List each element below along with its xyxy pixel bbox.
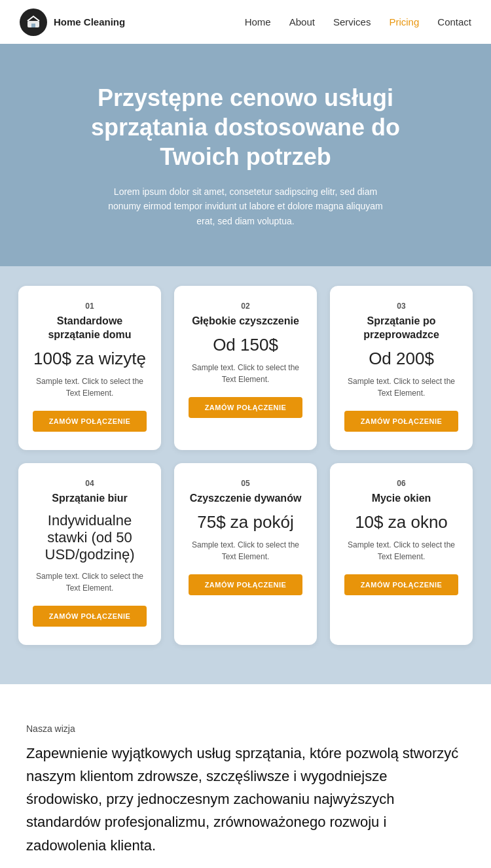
- navbar: Home Cleaning Home About Services Pricin…: [0, 0, 491, 44]
- card-title: Mycie okien: [344, 492, 458, 506]
- logo-icon: [20, 9, 47, 36]
- card-number: 03: [344, 302, 458, 311]
- card-desc: Sample text. Click to select the Text El…: [189, 362, 302, 385]
- card-number: 02: [189, 302, 302, 311]
- order-button[interactable]: ZAMÓW POŁĄCZENIE: [33, 606, 147, 627]
- card-price: Indywidualne stawki (od 50 USD/godzinę): [33, 512, 147, 564]
- order-button[interactable]: ZAMÓW POŁĄCZENIE: [344, 411, 458, 432]
- nav-home[interactable]: Home: [245, 16, 271, 27]
- pricing-card: 06 Mycie okien 10$ za okno Sample text. …: [330, 463, 473, 645]
- card-title: Głębokie czyszczenie: [189, 315, 302, 328]
- pricing-card: 01 Standardowe sprzątanie domu 100$ za w…: [18, 286, 161, 450]
- card-desc: Sample text. Click to select the Text El…: [33, 375, 147, 399]
- hero-title: Przystępne cenowo usługi sprzątania dost…: [52, 83, 439, 171]
- pricing-card: 03 Sprzątanie po przeprowadzce Od 200$ S…: [330, 286, 473, 450]
- card-number: 04: [33, 479, 147, 488]
- order-button[interactable]: ZAMÓW POŁĄCZENIE: [189, 574, 302, 595]
- hero-description: Lorem ipsum dolor sit amet, consetetur s…: [108, 184, 383, 228]
- card-price: 100$ za wizytę: [33, 349, 147, 369]
- card-title: Sprzątanie po przeprowadzce: [344, 315, 458, 342]
- cards-grid: 01 Standardowe sprzątanie domu 100$ za w…: [18, 266, 473, 645]
- card-price: 10$ za okno: [344, 512, 458, 532]
- vision-label: Nasza wizja: [26, 723, 465, 734]
- pricing-card: 04 Sprzątanie biur Indywidualne stawki (…: [18, 463, 161, 645]
- card-price: 75$ za pokój: [189, 512, 302, 532]
- card-price: Od 150$: [189, 335, 302, 355]
- order-button[interactable]: ZAMÓW POŁĄCZENIE: [33, 411, 147, 432]
- order-button[interactable]: ZAMÓW POŁĄCZENIE: [189, 397, 302, 418]
- pricing-card: 02 Głębokie czyszczenie Od 150$ Sample t…: [174, 286, 317, 450]
- pricing-card: 05 Czyszczenie dywanów 75$ za pokój Samp…: [174, 463, 317, 645]
- nav-links: Home About Services Pricing Contact: [245, 16, 471, 27]
- card-desc: Sample text. Click to select the Text El…: [33, 570, 147, 594]
- hero-section: Przystępne cenowo usługi sprzątania dost…: [0, 44, 491, 266]
- logo-text: Home Cleaning: [54, 16, 125, 28]
- nav-pricing[interactable]: Pricing: [389, 16, 419, 27]
- logo: Home Cleaning: [20, 9, 125, 36]
- card-number: 01: [33, 302, 147, 311]
- card-price: Od 200$: [344, 349, 458, 369]
- pricing-section: 01 Standardowe sprzątanie domu 100$ za w…: [0, 266, 491, 684]
- card-number: 06: [344, 479, 458, 488]
- card-desc: Sample text. Click to select the Text El…: [189, 539, 302, 563]
- nav-about[interactable]: About: [289, 16, 315, 27]
- card-title: Sprzątanie biur: [33, 492, 147, 506]
- card-title: Czyszczenie dywanów: [189, 492, 302, 506]
- order-button[interactable]: ZAMÓW POŁĄCZENIE: [344, 574, 458, 595]
- vision-text: Zapewnienie wyjątkowych usług sprzątania…: [26, 742, 465, 857]
- vision-section: Nasza wizja Zapewnienie wyjątkowych usłu…: [0, 684, 491, 868]
- card-desc: Sample text. Click to select the Text El…: [344, 539, 458, 563]
- nav-contact[interactable]: Contact: [437, 16, 471, 27]
- card-desc: Sample text. Click to select the Text El…: [344, 375, 458, 399]
- card-title: Standardowe sprzątanie domu: [33, 315, 147, 342]
- card-number: 05: [189, 479, 302, 488]
- nav-services[interactable]: Services: [333, 16, 371, 27]
